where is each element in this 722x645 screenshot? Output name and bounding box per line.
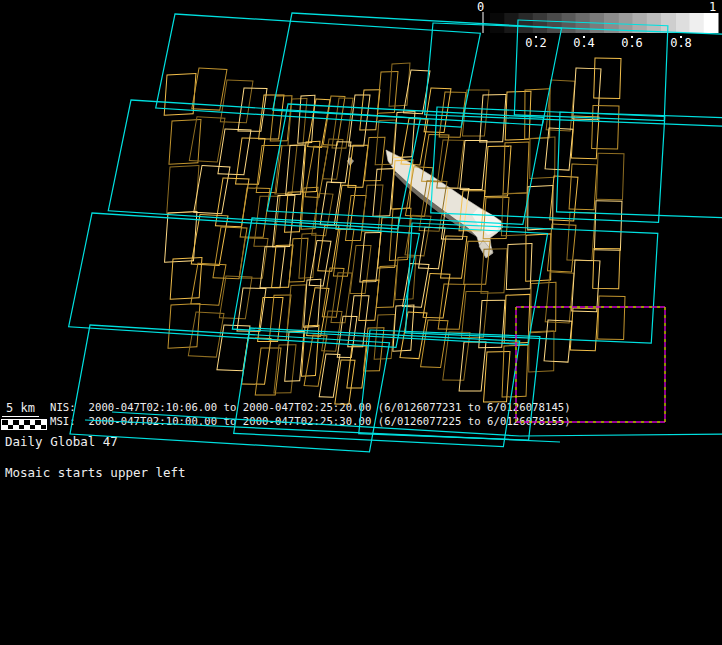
colorbar-max-label: 1 xyxy=(709,0,716,14)
msi-status-line: MSI: 2000-047T02:10:00.00 to 2000-047T02… xyxy=(50,415,571,427)
msi-footprints-layer xyxy=(164,58,625,404)
nis-footprints-layer xyxy=(69,13,722,452)
colorbar-min-label: 0 xyxy=(477,0,484,14)
colorbar-tick-label-06: 0.6 xyxy=(621,36,643,50)
scalebar-label: 5 km xyxy=(2,401,39,417)
nis-status-line: NIS: 2000-047T02:10:06.00 to 2000-047T02… xyxy=(50,401,571,413)
mosaic-title: Daily Global 47 xyxy=(5,434,118,449)
mosaic-plot xyxy=(0,0,722,645)
scalebar-cell xyxy=(41,425,47,430)
plot-window: 0 1 0.2 0.4 0.6 0.8 5 km NIS: 2000-047T0… xyxy=(0,0,722,645)
colorbar-tick-label-04: 0.4 xyxy=(573,36,595,50)
colorbar-tick-label-08: 0.8 xyxy=(670,36,692,50)
colorbar-tick-label-02: 0.2 xyxy=(525,36,547,50)
mosaic-note: Mosaic starts upper left xyxy=(5,465,186,480)
asteroid-shape xyxy=(347,150,503,258)
grayscale-colorbar xyxy=(483,12,719,38)
scalebar-checker xyxy=(1,419,47,430)
